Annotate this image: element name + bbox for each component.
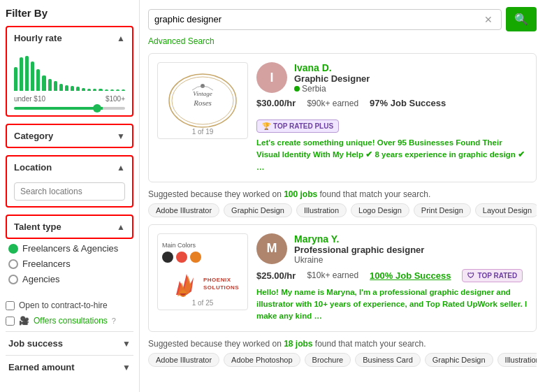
location-search-wrap bbox=[7, 178, 132, 206]
hourly-rate-chevron-icon: ▲ bbox=[117, 34, 125, 43]
svg-text:Vintage: Vintage bbox=[193, 90, 212, 97]
freelancer-location-1: Serbia bbox=[294, 84, 528, 94]
top-rated-badge-2: 🛡 TOP RATED bbox=[462, 269, 523, 282]
card-top-2: M Maryna Y. Professional graphic designe… bbox=[256, 233, 528, 265]
tag-3-2[interactable]: Business Card bbox=[355, 353, 421, 367]
tag-5-1[interactable]: Layout Design bbox=[475, 203, 537, 217]
talent-type-header[interactable]: Talent type ▲ bbox=[6, 215, 133, 239]
talent-type-section: Talent type ▲ Freelancers & Agencies Fre… bbox=[6, 215, 133, 293]
job-success-section[interactable]: Job success ▼ bbox=[6, 331, 133, 355]
contract-hire-checkbox[interactable] bbox=[6, 301, 15, 310]
talent-type-label: Talent type bbox=[14, 222, 61, 232]
price-slider[interactable] bbox=[14, 107, 125, 110]
job-success-label: Job success bbox=[8, 338, 63, 349]
phoenix-bird-logo: PHOENIXSOLUTIONS bbox=[162, 267, 239, 302]
tag-4-2[interactable]: Graphic Design bbox=[425, 353, 493, 367]
location-search-input[interactable] bbox=[14, 182, 125, 201]
tag-4-1[interactable]: Print Design bbox=[414, 203, 471, 217]
phoenix-svg bbox=[162, 267, 201, 302]
earned-amount-label: Earned amount bbox=[8, 362, 75, 372]
phoenix-text: PHOENIXSOLUTIONS bbox=[203, 277, 239, 291]
color-dot-orange bbox=[190, 252, 201, 263]
tag-0-2[interactable]: Adobe Illustrator bbox=[148, 353, 219, 367]
card-stats-2: $25.00/hr $10k+ earned 100% Job Success … bbox=[256, 269, 528, 282]
earned-1: $90k+ earned bbox=[307, 99, 358, 108]
bar bbox=[110, 89, 114, 91]
talent-type-chevron-icon: ▲ bbox=[117, 222, 125, 232]
slider-thumb[interactable] bbox=[93, 104, 101, 112]
max-label: $100+ bbox=[106, 95, 125, 103]
category-section: Category ▼ bbox=[6, 124, 133, 148]
bar bbox=[48, 79, 52, 91]
talent-radio-group: Freelancers & Agencies Freelancers Agenc… bbox=[6, 239, 133, 293]
talent-option-0[interactable]: Freelancers & Agencies bbox=[8, 243, 131, 254]
suggested-label-1: Suggested because they worked on 100 job… bbox=[148, 189, 537, 199]
job-success-chevron-icon: ▼ bbox=[122, 339, 131, 349]
main-colors-label: Main Colors bbox=[162, 242, 196, 249]
help-icon[interactable]: ? bbox=[112, 317, 116, 325]
advanced-search-link[interactable]: Advanced Search bbox=[148, 36, 215, 46]
bar bbox=[99, 89, 102, 91]
search-button[interactable]: 🔍 bbox=[506, 7, 537, 31]
consultations-checkbox[interactable] bbox=[6, 317, 15, 326]
bar bbox=[122, 89, 125, 91]
card-info-1: Ivana D. Graphic Designer Serbia bbox=[294, 62, 528, 94]
histogram: under $10 $100+ bbox=[7, 49, 132, 115]
search-input-wrap: ✕ bbox=[148, 9, 502, 30]
card-body-2: M Maryna Y. Professional graphic designe… bbox=[256, 233, 528, 323]
freelancer-name-1[interactable]: Ivana D. bbox=[294, 62, 528, 73]
earned-amount-chevron-icon: ▼ bbox=[122, 363, 131, 372]
color-dot-red bbox=[176, 252, 187, 263]
bar bbox=[36, 69, 40, 91]
histogram-labels: under $10 $100+ bbox=[14, 95, 125, 103]
country-2: Ukraine bbox=[294, 255, 323, 265]
consultations-checkbox-wrap[interactable]: 🎥 Offers consultations ? bbox=[6, 316, 133, 326]
card-logo-1: Vintage Roses 1 of 19 bbox=[157, 62, 248, 139]
histogram-bars bbox=[14, 52, 125, 94]
freelancer-name-2[interactable]: Maryna Y. bbox=[294, 233, 528, 245]
badge-label-2: TOP RATED bbox=[477, 272, 517, 280]
hourly-rate-header[interactable]: Hourly rate ▲ bbox=[7, 27, 132, 49]
phoenix-logo: Main Colors bbox=[158, 238, 247, 306]
card-of-1: 1 of 19 bbox=[158, 128, 247, 136]
avatar-2: M bbox=[256, 233, 287, 264]
talent-option-2[interactable]: Agencies bbox=[8, 274, 131, 284]
search-input[interactable] bbox=[154, 14, 484, 24]
tag-1-1[interactable]: Graphic Design bbox=[224, 203, 292, 217]
bar bbox=[87, 89, 91, 91]
main-content: ✕ 🔍 Advanced Search Vintage Roses bbox=[140, 0, 545, 392]
tag-2-1[interactable]: Illustration bbox=[296, 203, 347, 217]
tag-3-1[interactable]: Logo Design bbox=[351, 203, 409, 217]
category-header[interactable]: Category ▼ bbox=[7, 125, 132, 147]
tag-5-2[interactable]: Illustration bbox=[497, 353, 537, 367]
contract-hire-checkbox-wrap[interactable]: Open to contract-to-hire bbox=[6, 300, 133, 310]
card-stats-1: $30.00/hr $90k+ earned 97% Job Success 🏆… bbox=[256, 98, 528, 133]
badge-heart-icon-1: 🏆 bbox=[262, 122, 270, 130]
earned-amount-section[interactable]: Earned amount ▼ bbox=[6, 355, 133, 379]
bar bbox=[20, 57, 23, 91]
clear-search-icon[interactable]: ✕ bbox=[484, 14, 493, 25]
tag-0-1[interactable]: Adobe Illustrator bbox=[148, 203, 219, 217]
card-top-1: I Ivana D. Graphic Designer Serbia bbox=[256, 62, 528, 94]
min-label: under $10 bbox=[14, 95, 45, 103]
radio-selected-icon bbox=[8, 244, 18, 254]
tag-2-2[interactable]: Brochure bbox=[305, 353, 351, 367]
earned-2: $10k+ earned bbox=[307, 270, 358, 280]
hourly-rate-section: Hourly rate ▲ bbox=[6, 26, 133, 117]
talent-option-0-label: Freelancers & Agencies bbox=[22, 243, 118, 254]
bar bbox=[42, 75, 45, 91]
vintage-roses-logo: Vintage Roses bbox=[164, 69, 241, 132]
card-body-1: I Ivana D. Graphic Designer Serbia $30.0… bbox=[256, 62, 528, 173]
radio-empty-icon bbox=[8, 259, 18, 269]
talent-option-1[interactable]: Freelancers bbox=[8, 259, 131, 269]
bar bbox=[82, 88, 85, 91]
location-header[interactable]: Location ▲ bbox=[7, 157, 132, 178]
bar bbox=[14, 67, 17, 91]
tag-1-2[interactable]: Adobe Photoshop bbox=[224, 353, 300, 367]
video-icon: 🎥 bbox=[19, 316, 29, 326]
country-1: Serbia bbox=[302, 84, 326, 94]
freelancer-role-1: Graphic Designer bbox=[294, 73, 528, 84]
bar bbox=[116, 89, 119, 91]
freelancer-card-2: Main Colors bbox=[148, 224, 537, 332]
tags-2: Adobe Illustrator Adobe Photoshop Brochu… bbox=[148, 353, 537, 367]
